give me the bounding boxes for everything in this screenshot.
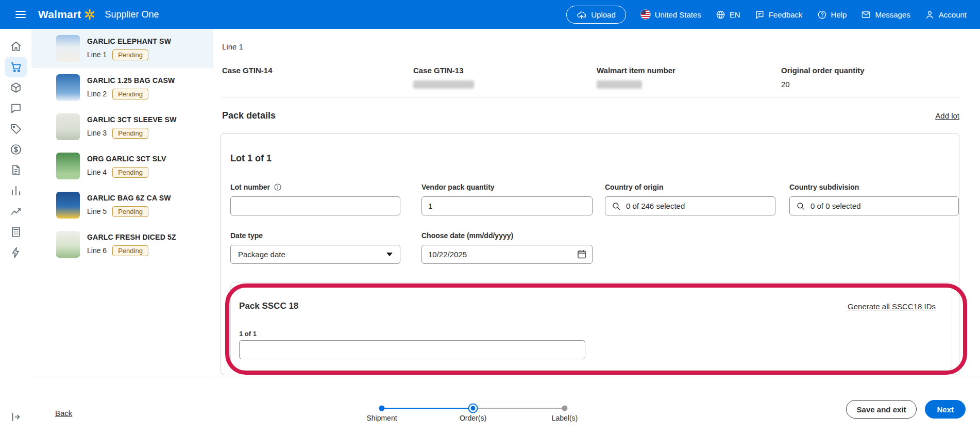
field-label: Walmart item number	[597, 66, 781, 75]
us-flag-icon	[640, 9, 651, 20]
choose-date-input[interactable]	[421, 245, 593, 264]
sidebar-quick-actions-icon[interactable]	[5, 242, 27, 263]
help-button[interactable]: Help	[817, 10, 847, 20]
globe-icon	[716, 10, 725, 20]
lot-number-field: Lot number	[230, 183, 421, 215]
brand-wordmark: Walmart	[38, 8, 81, 21]
back-link[interactable]: Back	[55, 409, 72, 418]
step-labels-label: Label(s)	[552, 414, 578, 422]
lot-number-label: Lot number	[230, 183, 270, 191]
sidebar-cart-icon[interactable]	[5, 57, 27, 77]
redacted-value	[597, 80, 642, 89]
calendar-icon[interactable]	[577, 249, 587, 259]
top-bar: Walmart Supplier One Upload United State…	[0, 0, 980, 29]
product-name: GARLC FRESH DICED 5Z	[87, 233, 176, 241]
account-button[interactable]: Account	[925, 10, 967, 20]
status-badge: Pending	[112, 128, 148, 139]
step-shipment-dot	[379, 406, 385, 411]
status-badge: Pending	[112, 206, 148, 217]
product-line-item[interactable]: ORG GARLIC 3CT SLV Line 4 Pending	[31, 146, 213, 186]
sidebar-chat-icon[interactable]	[5, 98, 27, 119]
summary-field-order-quantity: Original order quantity 20	[781, 66, 959, 89]
help-label: Help	[831, 10, 847, 19]
top-bar-actions: Upload United States EN Feedback	[566, 6, 967, 24]
field-label: Original order quantity	[781, 66, 959, 75]
lot-fields-row-2: Date type Package date Choose date (mm/d…	[230, 231, 951, 264]
country-subdivision-select[interactable]: 0 of 0 selected	[789, 196, 959, 215]
product-line-item[interactable]: GARLIC 3CT SLEEVE SW Line 3 Pending	[31, 107, 213, 146]
order-lines-panel: GARLIC ELEPHANT SW Line 1 Pending GARLIC…	[31, 29, 213, 376]
country-subdivision-value: 0 of 0 selected	[810, 202, 861, 210]
summary-field-case-gtin14: Case GTIN-14	[222, 66, 413, 89]
app-root: Walmart Supplier One Upload United State…	[0, 0, 980, 434]
envelope-icon	[861, 10, 871, 20]
product-thumbnail	[56, 231, 80, 258]
sscc-input[interactable]	[239, 340, 585, 359]
search-icon	[612, 202, 621, 211]
app-name: Supplier One	[105, 9, 159, 20]
chevron-down-icon	[386, 253, 393, 256]
messages-button[interactable]: Messages	[861, 10, 910, 20]
generate-sscc-link[interactable]: Generate all SSCC18 IDs	[848, 302, 936, 311]
walmart-logo[interactable]: Walmart Supplier One	[38, 8, 159, 21]
hamburger-menu-icon[interactable]	[13, 7, 28, 22]
product-line-item[interactable]: GARLIC BAG 6Z CA SW Line 5 Pending	[31, 186, 213, 225]
status-badge: Pending	[112, 245, 148, 256]
step-labels-dot	[562, 406, 568, 411]
sscc-counter: 1 of 1	[239, 330, 257, 338]
collapse-sidebar-icon[interactable]	[0, 411, 31, 423]
feedback-icon	[755, 10, 765, 20]
lot-title: Lot 1 of 1	[230, 153, 272, 164]
info-icon[interactable]	[274, 183, 282, 191]
sidebar-package-icon[interactable]	[5, 77, 27, 98]
product-line-item[interactable]: GARLC FRESH DICED 5Z Line 6 Pending	[31, 225, 213, 264]
upload-cloud-icon	[577, 10, 586, 20]
sidebar-trend-icon[interactable]	[5, 201, 27, 222]
choose-date-label: Choose date (mm/dd/yyyy)	[421, 231, 513, 240]
walmart-spark-icon	[84, 9, 95, 20]
sidebar-document-icon[interactable]	[5, 160, 27, 180]
product-name: GARLIC BAG 6Z CA SW	[87, 194, 171, 202]
date-type-value: Package date	[238, 250, 285, 259]
save-and-exit-button[interactable]: Save and exit	[846, 400, 917, 419]
product-line-label: Line 4	[87, 168, 107, 176]
product-line-item[interactable]: GARLIC ELEPHANT SW Line 1 Pending	[31, 29, 213, 68]
lot-number-input[interactable]	[230, 196, 400, 215]
status-badge: Pending	[112, 49, 148, 60]
sidebar-bar-chart-icon[interactable]	[5, 180, 27, 201]
country-subdivision-field: Country subdivision 0 of 0 selected	[789, 183, 959, 215]
language-selector[interactable]: EN	[716, 10, 740, 20]
country-of-origin-select[interactable]: 0 of 246 selected	[605, 196, 775, 215]
pack-details-header: Pack details Add lot	[222, 110, 959, 121]
feedback-button[interactable]: Feedback	[755, 10, 803, 20]
sidebar-tag-icon[interactable]	[5, 119, 27, 139]
country-selector[interactable]: United States	[640, 9, 701, 20]
step-shipment-label: Shipment	[366, 414, 397, 422]
vendor-pack-quantity-input[interactable]	[421, 196, 593, 215]
country-of-origin-label: Country of origin	[605, 183, 664, 191]
product-line-label: Line 6	[87, 246, 107, 255]
order-detail-main: Line 1 Case GTIN-14 Case GTIN-13 Walmart…	[213, 29, 980, 376]
sidebar-calculator-icon[interactable]	[5, 222, 27, 242]
pack-sscc-card: Pack SSCC 18 Generate all SSCC18 IDs 1 o…	[230, 282, 952, 371]
date-type-field: Date type Package date	[230, 231, 421, 264]
pack-details-title: Pack details	[222, 110, 276, 121]
upload-button[interactable]: Upload	[566, 6, 626, 24]
date-type-select[interactable]: Package date	[230, 245, 400, 264]
sidebar-payments-icon[interactable]	[5, 139, 27, 160]
feedback-label: Feedback	[769, 10, 803, 19]
add-lot-link[interactable]: Add lot	[935, 111, 959, 120]
date-type-label: Date type	[230, 231, 263, 240]
product-name: GARLIC 3CT SLEEVE SW	[87, 115, 177, 124]
field-label: Case GTIN-13	[413, 66, 597, 75]
summary-field-item-number: Walmart item number	[597, 66, 781, 89]
line-label: Line 1	[222, 42, 243, 51]
stepper-segment-complete	[382, 408, 473, 409]
messages-label: Messages	[875, 10, 910, 19]
country-of-origin-value: 0 of 246 selected	[626, 202, 685, 210]
next-button[interactable]: Next	[925, 400, 966, 419]
sidebar-home-icon[interactable]	[5, 36, 27, 57]
product-name: GARLIC 1.25 BAG CASW	[87, 76, 175, 85]
product-line-item[interactable]: GARLIC 1.25 BAG CASW Line 2 Pending	[31, 68, 213, 107]
country-label: United States	[655, 10, 701, 19]
